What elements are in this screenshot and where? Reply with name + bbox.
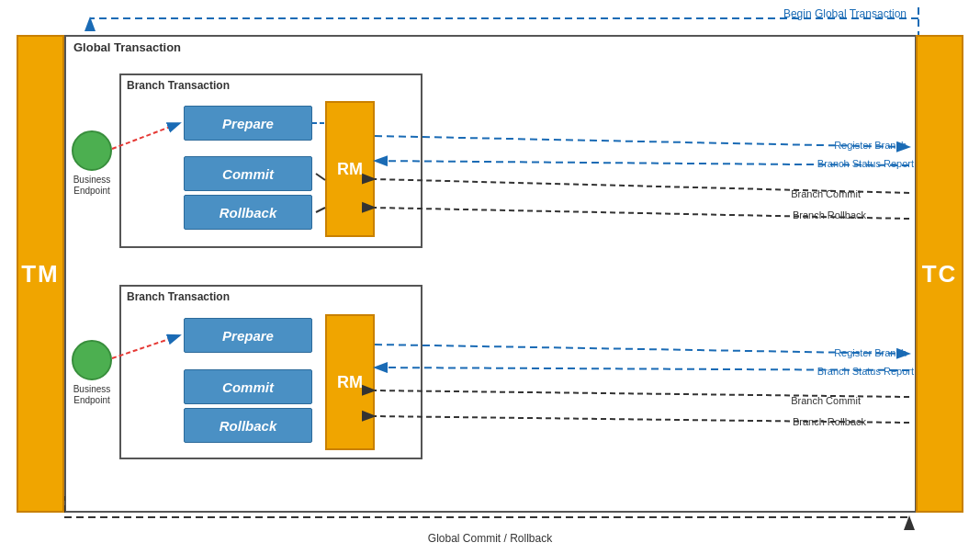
branch-commit-label-2: Branch Commit xyxy=(791,395,861,406)
global-commit-label: Global Commit / Rollback xyxy=(428,532,552,545)
branch-rollback-label-1: Branch Rollback xyxy=(793,209,866,220)
register-branch-label-1: Register Branch xyxy=(834,140,907,151)
global-transaction-label: Global Transaction xyxy=(73,40,181,54)
branch-commit-label-1: Branch Commit xyxy=(791,188,861,199)
global-transaction-box: Global Transaction xyxy=(64,35,917,513)
tm-bar: TM xyxy=(17,35,64,513)
branch-status-label-2: Branch Status Report xyxy=(817,366,914,377)
branch-status-label-1: Branch Status Report xyxy=(817,158,914,169)
branch-rollback-label-2: Branch Rollback xyxy=(793,416,866,427)
tm-label: TM xyxy=(21,260,60,288)
register-branch-label-2: Register Branch xyxy=(834,347,907,358)
diagram-container: TM TC Global Transaction Branch Transact… xyxy=(0,0,980,554)
tc-bar: TC xyxy=(916,35,963,513)
begin-gt-label: Begin Global Transaction xyxy=(783,7,907,20)
tc-label: TC xyxy=(922,260,958,288)
